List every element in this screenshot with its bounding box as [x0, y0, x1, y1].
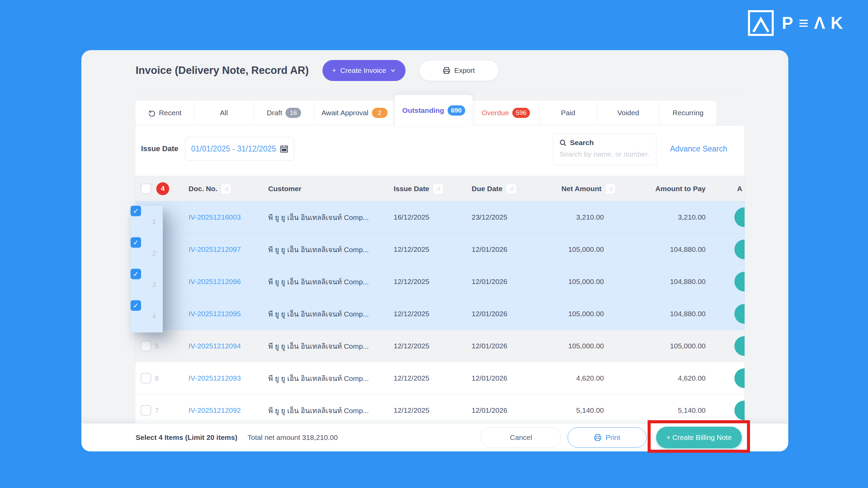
search-placeholder: Search by name, or number. [559, 150, 650, 158]
row-checkbox-checked[interactable]: ✓ [131, 300, 141, 311]
row-checkbox[interactable]: ✓ [141, 405, 151, 416]
amount-to-pay-cell: 5,140.00 [621, 406, 706, 414]
peak-logo: P≡ΛK [748, 10, 848, 36]
status-circle [734, 240, 745, 259]
overlay-selected-row[interactable]: ✓ 2 [131, 237, 163, 269]
doc-number-link[interactable]: IV-20251212092 [189, 406, 241, 414]
tab-outstanding[interactable]: Outstanding690 [394, 95, 473, 126]
doc-number-link[interactable]: IV-20251212093 [189, 374, 241, 382]
outstanding-count-badge: 690 [448, 105, 465, 116]
table-row[interactable]: ✓ 7 IV-20251212092 พี ยู ยู เอ็น อินเทลล… [135, 394, 745, 427]
footer-bar: Select 4 Items (Limit 20 items) Total ne… [81, 424, 788, 451]
net-amount-cell: 105,000.00 [519, 278, 604, 286]
search-input[interactable]: Search Search by name, or number. [553, 134, 656, 165]
tab-paid[interactable]: Paid [539, 100, 598, 125]
row-number: 6 [155, 374, 159, 382]
amount-to-pay-cell: 104,880.00 [621, 310, 706, 318]
col-amount-to-pay: Amount to Pay [621, 185, 706, 193]
row-checkbox-checked[interactable]: ✓ [131, 206, 141, 216]
export-button[interactable]: Export [419, 60, 499, 81]
sort-icon[interactable]: ↓↑ [506, 183, 517, 194]
checkmark-icon: ✓ [133, 207, 139, 215]
overlay-row-number: 4 [152, 312, 156, 320]
tab-recent[interactable]: Recent [135, 100, 195, 125]
doc-number-link[interactable]: IV-20251212096 [189, 278, 241, 286]
doc-number-link[interactable]: IV-20251216003 [189, 213, 241, 221]
net-amount-cell: 105,000.00 [519, 342, 604, 350]
sort-icon[interactable]: ↓↑ [605, 183, 616, 194]
printer-icon [594, 434, 601, 441]
advance-search-link[interactable]: Advance Search [670, 144, 727, 154]
amount-to-pay-cell: 104,880.00 [621, 245, 706, 253]
create-billing-note-button[interactable]: + Create Billing Note [656, 427, 742, 448]
customer-name: พี ยู ยู เอ็น อินเทลลิเจนท์ Comp... [268, 373, 390, 384]
issue-date-cell: 12/12/2025 [394, 406, 429, 414]
await-approval-count-badge: 2 [372, 108, 388, 118]
row-checkbox-checked[interactable]: ✓ [131, 269, 141, 279]
col-customer: Customer [268, 185, 301, 193]
due-date-cell: 12/01/2026 [472, 278, 507, 286]
chevron-down-icon [390, 68, 396, 73]
status-circle [734, 304, 745, 324]
table-row[interactable]: ✓ 2 IV-20251212097 พี ยู ยู เอ็น อินเทลล… [135, 233, 745, 266]
doc-number-link[interactable]: IV-20251212097 [189, 245, 241, 253]
doc-number-link[interactable]: IV-20251212095 [189, 310, 241, 318]
row-checkbox[interactable]: ✓ [141, 341, 151, 351]
row-checkbox-checked[interactable]: ✓ [131, 237, 141, 248]
invoice-panel: Issue Date 01/01/2025 - 31/12/2025 Searc… [135, 125, 745, 451]
net-amount-cell: 5,140.00 [519, 406, 604, 414]
history-icon [148, 109, 156, 117]
row-checkbox[interactable]: ✓ [141, 373, 151, 384]
overlay-selected-row[interactable]: ✓ 3 [131, 269, 163, 300]
issue-date-label: Issue Date [141, 144, 178, 153]
due-date-cell: 12/01/2026 [472, 406, 507, 414]
issue-date-cell: 12/12/2025 [394, 374, 429, 382]
row-number: 5 [155, 342, 159, 350]
tab-all[interactable]: All [195, 100, 254, 125]
tab-bar: Recent All Draft16 Await Approval2 Outst… [135, 100, 717, 125]
customer-name: พี ยู ยู เอ็น อินเทลลิเจนท์ Comp... [268, 308, 390, 320]
selection-overlay: ✓ 1 ✓ 2 ✓ 3 ✓ 4 [131, 206, 163, 332]
overdue-count-badge: 596 [512, 108, 530, 118]
due-date-cell: 12/01/2026 [472, 342, 507, 350]
logo-text: P≡ΛK [782, 13, 848, 33]
issue-date-cell: 12/12/2025 [394, 342, 429, 350]
select-all-checkbox[interactable] [141, 183, 151, 194]
tab-recurring[interactable]: Recurring [659, 100, 717, 125]
row-number: 7 [155, 407, 159, 414]
checkmark-icon: ✓ [133, 302, 139, 310]
net-amount-cell: 105,000.00 [519, 245, 604, 253]
issue-date-range-input[interactable]: 01/01/2025 - 31/12/2025 [185, 137, 294, 161]
selection-summary: Select 4 Items (Limit 20 items) [136, 433, 237, 442]
draft-count-badge: 16 [285, 108, 301, 118]
filter-area: Issue Date 01/01/2025 - 31/12/2025 Searc… [135, 125, 745, 176]
total-net-amount: Total net amount 318,210.00 [248, 433, 338, 442]
table-row[interactable]: ✓ 3 IV-20251212096 พี ยู ยู เอ็น อินเทลล… [135, 266, 745, 298]
due-date-cell: 23/12/2025 [472, 213, 507, 221]
table-row[interactable]: ✓ 1 IV-20251216003 พี ยู ยู เอ็น อินเทลล… [135, 201, 745, 233]
net-amount-cell: 4,620.00 [519, 374, 604, 382]
status-circle [734, 368, 745, 388]
tab-voided[interactable]: Voided [597, 100, 659, 125]
table-row[interactable]: ✓ 4 IV-20251212095 พี ยู ยู เอ็น อินเทลล… [135, 298, 745, 330]
print-button[interactable]: Print [568, 427, 647, 448]
overlay-selected-row[interactable]: ✓ 4 [131, 300, 163, 332]
caret-box-icon [748, 10, 774, 36]
cancel-button[interactable]: Cancel [481, 427, 561, 448]
amount-to-pay-cell: 4,620.00 [621, 374, 706, 382]
due-date-cell: 12/01/2026 [472, 310, 507, 318]
create-invoice-button[interactable]: + Create Invoice [322, 60, 406, 81]
divider [136, 89, 744, 89]
doc-number-link[interactable]: IV-20251212094 [189, 342, 241, 350]
sort-icon[interactable]: ↓↑ [221, 183, 232, 194]
col-due-date: Due Date [472, 185, 502, 193]
sort-icon[interactable]: ↓↑ [433, 183, 443, 194]
overlay-selected-row[interactable]: ✓ 1 [131, 206, 163, 237]
table-row[interactable]: ✓ 5 IV-20251212094 พี ยู ยู เอ็น อินเทลล… [135, 330, 745, 362]
tab-draft[interactable]: Draft16 [254, 100, 315, 125]
table-row[interactable]: ✓ 6 IV-20251212093 พี ยู ยู เอ็น อินเทลล… [135, 362, 745, 394]
overlay-row-number: 3 [152, 281, 156, 288]
tab-overdue[interactable]: Overdue596 [473, 100, 539, 125]
tab-await-approval[interactable]: Await Approval2 [315, 100, 394, 125]
calendar-icon [280, 145, 288, 153]
